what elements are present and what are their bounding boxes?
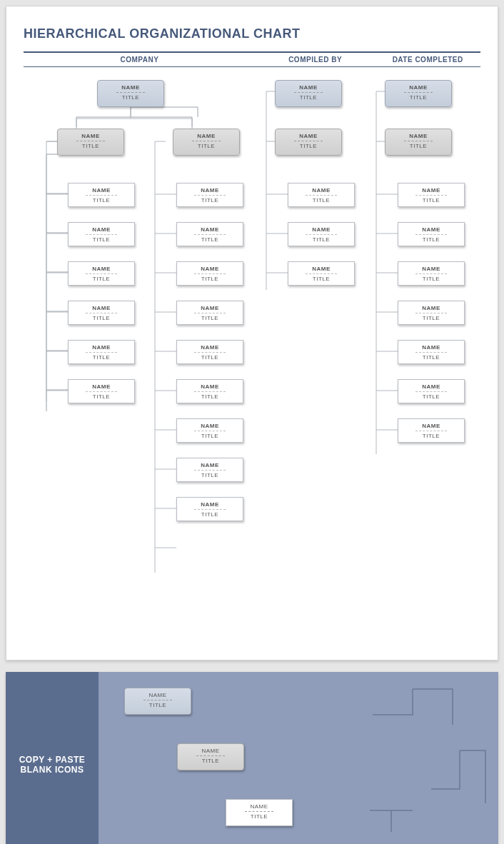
page-title: HIERARCHICAL ORGANIZATIONAL CHART	[24, 26, 480, 41]
org-node[interactable]: NAMETITLE	[176, 497, 243, 521]
org-node[interactable]: NAMETITLE	[176, 222, 243, 246]
header-row: COMPANY COMPILED BY DATE COMPLETED	[24, 51, 480, 67]
org-node[interactable]: NAMETITLE	[68, 379, 135, 403]
blank-icons-panel: COPY + PASTE BLANK ICONS NAMETITLE NAMET…	[6, 672, 498, 844]
org-node[interactable]: NAMETITLE	[176, 458, 243, 482]
panel-side-label: COPY + PASTE BLANK ICONS	[6, 672, 99, 844]
org-node[interactable]: NAMETITLE	[97, 80, 164, 107]
org-node[interactable]: NAMETITLE	[176, 340, 243, 364]
panel-connector-decor	[327, 682, 491, 844]
org-node[interactable]: NAMETITLE	[68, 261, 135, 286]
org-node[interactable]: NAMETITLE	[68, 340, 135, 364]
panel-body: NAMETITLE NAMETITLE NAMETITLE	[99, 672, 498, 844]
org-node[interactable]: NAMETITLE	[68, 222, 135, 246]
org-node[interactable]: NAMETITLE	[275, 80, 342, 107]
org-node[interactable]: NAMETITLE	[173, 129, 240, 156]
org-node[interactable]: NAMETITLE	[385, 80, 452, 107]
org-node[interactable]: NAMETITLE	[288, 183, 355, 207]
org-node[interactable]: NAMETITLE	[398, 261, 465, 286]
org-node[interactable]: NAMETITLE	[68, 183, 135, 207]
sample-node-gray[interactable]: NAMETITLE	[177, 743, 244, 770]
org-node[interactable]: NAMETITLE	[398, 340, 465, 364]
header-company: COMPANY	[24, 53, 256, 66]
org-node[interactable]: NAMETITLE	[385, 129, 452, 156]
org-node[interactable]: NAMETITLE	[398, 418, 465, 443]
org-node[interactable]: NAMETITLE	[176, 379, 243, 403]
header-date: DATE COMPLETED	[375, 53, 480, 66]
org-node[interactable]: NAMETITLE	[68, 301, 135, 325]
org-chart-sheet: HIERARCHICAL ORGANIZATIONAL CHART COMPAN…	[6, 6, 498, 660]
sample-node-blue[interactable]: NAMETITLE	[124, 688, 191, 715]
org-node[interactable]: NAMETITLE	[176, 261, 243, 286]
org-node[interactable]: NAMETITLE	[288, 222, 355, 246]
sample-node-white[interactable]: NAMETITLE	[226, 799, 293, 826]
header-compiled: COMPILED BY	[256, 53, 375, 66]
org-node[interactable]: NAMETITLE	[398, 183, 465, 207]
org-node[interactable]: NAMETITLE	[398, 379, 465, 403]
org-chart-canvas: NAMETITLENAMETITLENAMETITLENAMETITLENAME…	[24, 76, 480, 626]
org-node[interactable]: NAMETITLE	[176, 418, 243, 443]
org-node[interactable]: NAMETITLE	[275, 129, 342, 156]
org-node[interactable]: NAMETITLE	[398, 301, 465, 325]
org-node[interactable]: NAMETITLE	[176, 301, 243, 325]
org-node[interactable]: NAMETITLE	[176, 183, 243, 207]
org-node[interactable]: NAMETITLE	[288, 261, 355, 286]
org-node[interactable]: NAMETITLE	[398, 222, 465, 246]
org-node[interactable]: NAMETITLE	[57, 129, 124, 156]
